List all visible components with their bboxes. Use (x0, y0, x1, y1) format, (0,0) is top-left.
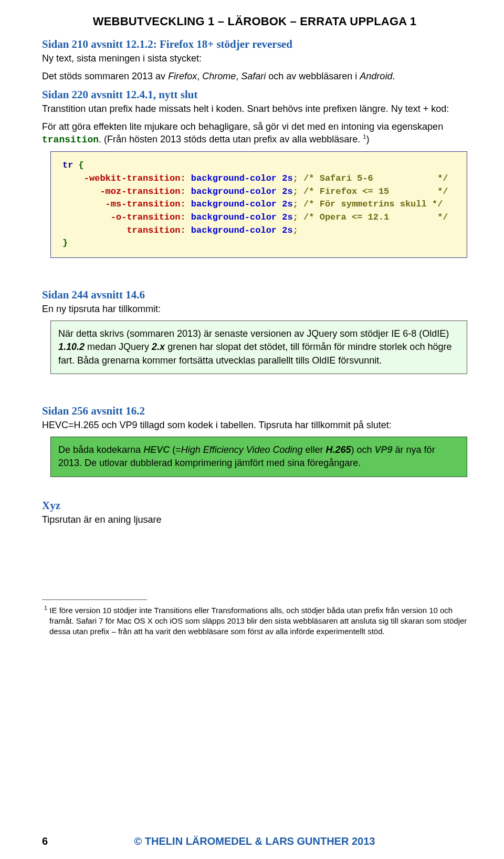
browser-chrome: Chrome (202, 71, 236, 81)
browser-safari: Safari (241, 71, 266, 81)
page-footer: 6 © THELIN LÄROMEDEL & LARS GUNTHER 2013 (42, 835, 467, 847)
code-block-transition: tr { -webkit-transition: background-colo… (50, 151, 467, 257)
spacer (42, 374, 467, 401)
page-container: WEBBUTVECKLING 1 – LÄROBOK – ERRATA UPPL… (0, 0, 504, 859)
tip-box-jquery: När detta skrivs (sommaren 2013) är sena… (50, 320, 467, 374)
codec-vp9: VP9 (375, 444, 393, 455)
code-text: -ms-transition: (62, 199, 186, 209)
text: . (392, 71, 395, 81)
section-220-body: För att göra effekten lite mjukare och b… (42, 120, 467, 147)
code-text: background-color 2s (186, 199, 293, 209)
text: , (197, 71, 202, 81)
text: medan JQuery (85, 341, 152, 352)
browser-android: Android (360, 71, 392, 81)
section-heading-xyz: Xyz (42, 499, 467, 512)
code-text: { (73, 160, 83, 170)
footnote-separator (42, 599, 147, 600)
text: (= (170, 444, 181, 455)
code-text: background-color 2s (186, 212, 293, 222)
code-text: -o-transition: (62, 212, 186, 222)
text: , (236, 71, 241, 81)
codec-hevc-long: High Efficiency Video Coding (181, 444, 303, 455)
code-text: ; (293, 225, 298, 235)
section-heading-256: Sidan 256 avsnitt 16.2 (42, 405, 467, 418)
version-1-10-2: 1.10.2 (58, 341, 85, 352)
code-text: background-color 2s (186, 173, 293, 183)
section-244-intro: En ny tipsruta har tillkommit: (42, 303, 467, 315)
text: För att göra effekten lite mjukare och b… (42, 121, 443, 132)
section-256-intro: HEVC=H.265 och VP9 tillagd som kodek i t… (42, 419, 467, 431)
browser-firefox: Firefox (168, 71, 197, 81)
version-2x: 2.x (152, 341, 165, 352)
text: . (Från hösten 2013 stöds detta utan pre… (99, 134, 363, 144)
section-210-intro: Ny text, sista meningen i sista stycket: (42, 52, 467, 65)
text: eller (302, 444, 326, 455)
code-text: ; /* För symmetrins skull */ (293, 199, 443, 209)
code-text: } (62, 238, 68, 248)
code-text: background-color 2s (186, 187, 293, 196)
tip-box-hevc: De båda kodekarna HEVC (=High Efficiency… (50, 437, 467, 477)
section-220-intro: Transtition utan prefix hade missats hel… (42, 102, 467, 115)
code-text: transition: (62, 225, 186, 235)
property-transition: transition (42, 134, 99, 145)
document-title: WEBBUTVECKLING 1 – LÄROBOK – ERRATA UPPL… (42, 15, 467, 28)
code-text: background-color 2s (186, 225, 293, 235)
footnote-1: 1 IE före version 10 stödjer inte Transi… (42, 604, 467, 637)
section-xyz-body: Tipsrutan är en aning ljusare (42, 513, 467, 526)
section-heading-210: Sidan 210 avsnitt 12.1.2: Firefox 18+ st… (42, 38, 467, 51)
page-number: 6 (42, 835, 63, 847)
text: När detta skrivs (sommaren 2013) är sena… (58, 328, 449, 339)
text: Det stöds sommaren 2013 av (42, 71, 168, 81)
spacer (42, 258, 467, 285)
code-text: tr (62, 160, 73, 170)
code-text: -moz-transition: (62, 187, 186, 196)
code-text: -webkit-transition: (62, 173, 186, 183)
codec-h265: H.265 (326, 444, 351, 455)
section-210-body: Det stöds sommaren 2013 av Firefox, Chro… (42, 70, 467, 82)
footnote-text: IE före version 10 stödjer inte Transiti… (47, 606, 467, 636)
codec-hevc: HEVC (143, 444, 170, 455)
spacer (42, 531, 467, 578)
code-text: ; /* Firefox <= 15 */ (293, 187, 448, 196)
text: och av webbläsaren i (266, 71, 360, 81)
text: ) och (351, 444, 375, 455)
section-heading-220: Sidan 220 avsnitt 12.4.1, nytt slut (42, 88, 467, 101)
text: De båda kodekarna (58, 444, 143, 455)
text: ) (366, 134, 369, 144)
code-text: ; /* Safari 5-6 */ (293, 173, 448, 183)
code-text: ; /* Opera <= 12.1 */ (293, 212, 448, 222)
footer-copyright: © THELIN LÄROMEDEL & LARS GUNTHER 2013 (63, 835, 446, 847)
section-heading-244: Sidan 244 avsnitt 14.6 (42, 288, 467, 302)
spacer (42, 477, 467, 496)
